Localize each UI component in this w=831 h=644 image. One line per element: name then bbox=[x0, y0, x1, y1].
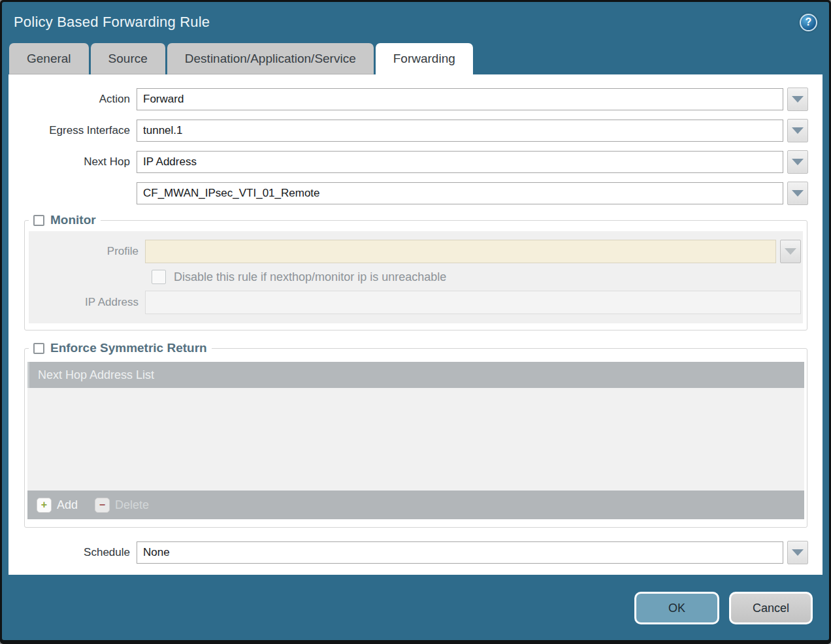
monitor-ip-address-label: IP Address bbox=[29, 296, 145, 309]
add-button-label: Add bbox=[57, 498, 78, 512]
ok-button[interactable]: OK bbox=[634, 592, 719, 624]
plus-icon: + bbox=[37, 498, 52, 513]
delete-button: − Delete bbox=[95, 498, 149, 513]
action-input[interactable] bbox=[137, 88, 783, 110]
monitor-panel: Profile Disable this rule if nexthop/mon… bbox=[29, 231, 803, 323]
next-hop-address-row bbox=[8, 182, 823, 205]
monitor-fieldset: Monitor Profile Disabl bbox=[24, 213, 807, 330]
tab-general[interactable]: General bbox=[9, 43, 89, 74]
enforce-symmetric-return-checkbox[interactable] bbox=[33, 343, 44, 354]
next-hop-address-list-body bbox=[27, 388, 804, 491]
monitor-checkbox[interactable] bbox=[33, 215, 44, 226]
tab-forwarding[interactable]: Forwarding bbox=[376, 43, 473, 74]
enforce-symmetric-return-fieldset: Enforce Symmetric Return Next Hop Addres… bbox=[24, 341, 807, 528]
forwarding-tab-panel: Action Egress Interface Ne bbox=[8, 74, 823, 575]
add-button[interactable]: + Add bbox=[37, 498, 78, 513]
egress-interface-input[interactable] bbox=[137, 120, 783, 142]
monitor-legend-label: Monitor bbox=[50, 213, 96, 227]
next-hop-combo bbox=[137, 150, 808, 174]
minus-icon: − bbox=[95, 498, 110, 513]
monitor-ip-address-row: IP Address bbox=[29, 291, 803, 314]
dialog-title: Policy Based Forwarding Rule bbox=[14, 14, 210, 31]
profile-label: Profile bbox=[29, 245, 145, 258]
egress-interface-dropdown-button[interactable] bbox=[787, 119, 808, 142]
enforce-symmetric-return-legend: Enforce Symmetric Return bbox=[29, 341, 212, 355]
schedule-input[interactable] bbox=[137, 541, 783, 564]
action-row: Action bbox=[8, 88, 823, 111]
schedule-row: Schedule bbox=[8, 541, 823, 564]
next-hop-type-input[interactable] bbox=[137, 151, 783, 173]
tab-source[interactable]: Source bbox=[91, 43, 165, 74]
chevron-down-icon bbox=[792, 549, 804, 556]
help-icon[interactable]: ? bbox=[800, 14, 817, 31]
profile-combo bbox=[145, 240, 801, 263]
next-hop-address-list-toolbar: + Add − Delete bbox=[27, 491, 804, 519]
next-hop-address-combo bbox=[137, 182, 808, 205]
egress-interface-combo bbox=[137, 119, 808, 142]
monitor-ip-address-input bbox=[145, 291, 801, 314]
next-hop-address-dropdown-button[interactable] bbox=[787, 182, 808, 205]
next-hop-address-input[interactable] bbox=[137, 182, 783, 204]
action-combo bbox=[137, 88, 808, 111]
chevron-down-icon bbox=[792, 190, 804, 197]
delete-button-label: Delete bbox=[115, 498, 149, 512]
chevron-down-icon bbox=[785, 248, 796, 255]
chevron-down-icon bbox=[792, 96, 804, 103]
dialog-footer: OK Cancel bbox=[2, 575, 829, 640]
screenshot-frame: Policy Based Forwarding Rule ? General S… bbox=[0, 0, 831, 644]
next-hop-dropdown-button[interactable] bbox=[787, 150, 808, 174]
egress-interface-label: Egress Interface bbox=[8, 124, 137, 137]
schedule-label: Schedule bbox=[8, 546, 137, 559]
chevron-down-icon bbox=[792, 127, 804, 134]
cancel-button[interactable]: Cancel bbox=[729, 592, 813, 624]
profile-dropdown-button bbox=[780, 240, 801, 263]
action-dropdown-button[interactable] bbox=[787, 88, 808, 111]
schedule-dropdown-button[interactable] bbox=[787, 541, 808, 564]
disable-rule-label: Disable this rule if nexthop/monitor ip … bbox=[174, 270, 446, 284]
next-hop-label: Next Hop bbox=[8, 155, 137, 169]
action-label: Action bbox=[8, 93, 137, 106]
schedule-combo bbox=[137, 541, 808, 564]
dialog-titlebar: Policy Based Forwarding Rule ? bbox=[2, 2, 829, 42]
chevron-down-icon bbox=[792, 159, 804, 165]
monitor-legend: Monitor bbox=[29, 213, 101, 227]
enforce-symmetric-return-legend-label: Enforce Symmetric Return bbox=[50, 341, 207, 355]
next-hop-row: Next Hop bbox=[8, 150, 823, 174]
tab-destination-application-service[interactable]: Destination/Application/Service bbox=[167, 43, 374, 74]
disable-rule-checkbox bbox=[152, 270, 166, 284]
tab-bar: General Source Destination/Application/S… bbox=[2, 42, 829, 74]
next-hop-address-list-header: Next Hop Address List bbox=[27, 362, 804, 388]
next-hop-address-list-table: Next Hop Address List + Add − Delete bbox=[27, 362, 804, 519]
egress-interface-row: Egress Interface bbox=[8, 119, 823, 142]
disable-rule-row: Disable this rule if nexthop/monitor ip … bbox=[152, 270, 803, 284]
pbf-rule-dialog: Policy Based Forwarding Rule ? General S… bbox=[2, 2, 829, 640]
profile-row: Profile bbox=[29, 240, 803, 263]
profile-input bbox=[145, 240, 776, 263]
